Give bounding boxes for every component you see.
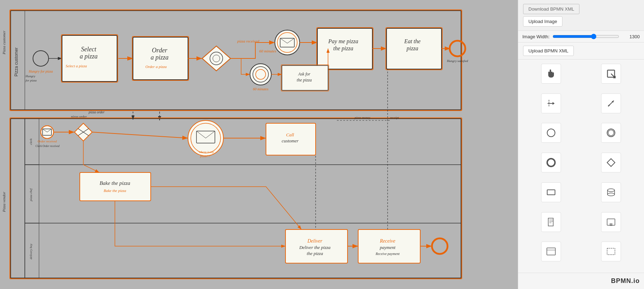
svg-point-48 [250,64,271,85]
svg-text:Order a pizza: Order a pizza [145,64,167,69]
svg-text:Pizza vendor: Pizza vendor [2,192,6,212]
hand-tool[interactable] [541,64,561,84]
bpmn-brand: BPMN.io [518,273,644,289]
svg-marker-125 [553,102,555,105]
toolbar-panel: Download BPMN XML Upload Image Image Wid… [518,0,644,289]
svg-text:Pay me pizza: Pay me pizza [328,38,358,45]
svg-point-132 [608,130,614,136]
svg-text:the pizza: the pizza [333,45,353,52]
image-width-value: 1300 [622,34,640,39]
svg-text:a pizza: a pizza [80,53,98,60]
toolbar-top: Download BPMN XML Upload Image [518,0,644,31]
end-event-tool[interactable] [541,153,561,172]
svg-text:delivery boy: delivery boy [29,244,33,259]
svg-text:the pizza: the pizza [307,251,323,256]
svg-text:Hungry for pizza: Hungry for pizza [28,69,53,73]
canvas-area: Pizza customer Pizza customer Hungry for… [0,0,518,289]
collapsed-sub-process-tool[interactable] [601,212,621,232]
arrow-tool[interactable] [601,94,621,113]
document-tool[interactable] [541,212,561,232]
data-object-tool[interactable] [601,242,621,261]
svg-text:Select: Select [81,46,97,53]
svg-text:a pizza: a pizza [151,54,169,61]
start-event-tool[interactable] [541,123,561,143]
svg-text:Deliver: Deliver [307,238,323,244]
svg-rect-149 [607,248,615,255]
svg-text:receipt: receipt [390,116,399,119]
intermediate-event-tool[interactable] [601,123,621,143]
svg-text:Clerk Order received: Clerk Order received [35,144,60,148]
svg-text:Eat the: Eat the [404,38,421,44]
svg-line-129 [608,105,610,106]
svg-marker-134 [607,159,615,166]
expanded-sub-process-tool[interactable] [541,242,561,261]
svg-point-130 [547,129,555,137]
bpmn-diagram: Pizza customer Pizza customer Hungry for… [0,0,518,289]
diagram-container: Pizza customer Pizza customer Hungry for… [0,0,518,289]
svg-text:Ask for: Ask for [298,72,311,76]
gateway-tool[interactable] [601,153,621,172]
task-tool[interactable] [541,182,561,202]
svg-rect-147 [547,248,555,255]
connect-tool[interactable] [541,94,561,113]
data-store-tool[interactable] [601,182,621,202]
svg-text:60 minutes: 60 minutes [259,49,276,53]
svg-point-30 [275,30,300,55]
svg-text:Deliver the pizza: Deliver the pizza [299,245,331,250]
svg-point-136 [607,189,615,192]
svg-text:pizza??": pizza??" [200,154,211,158]
image-width-row: Image Width: 1300 [518,31,644,42]
svg-text:pizza order: pizza order [88,110,105,114]
svg-text:Pizza customer: Pizza customer [2,30,6,55]
svg-text:Pizza customer: Pizza customer [14,47,19,76]
svg-text:60 minutes: 60 minutes [253,87,268,91]
svg-text:Receive payment: Receive payment [375,252,400,256]
svg-text:Receive: Receive [379,238,395,244]
image-width-label: Image Width: [522,34,550,39]
svg-point-139 [607,193,615,196]
bpmn-brand-text: BPMN.io [611,277,640,284]
svg-text:Order: Order [152,47,167,54]
svg-text:customer: customer [282,138,299,143]
svg-text:Bake the pizza: Bake the pizza [104,188,126,193]
svg-text:Hungry satisfied: Hungry satisfied [446,59,468,63]
svg-text:clerk: clerk [29,138,33,145]
svg-text:for pizza: for pizza [26,79,37,82]
svg-text:Hungry: Hungry [25,74,35,78]
svg-text:Select a pizza: Select a pizza [66,64,87,68]
svg-point-133 [547,159,555,166]
svg-text:payment: payment [379,245,395,250]
svg-rect-96 [80,172,151,201]
svg-text:pizza: pizza [406,45,418,52]
svg-rect-135 [547,190,555,195]
upload-image-button[interactable]: Upload Image [523,16,562,27]
upload-bpmn-xml-button[interactable]: Upload BPMN XML [523,46,574,56]
download-bpmn-xml-button[interactable]: Download BPMN XML [523,4,579,14]
upload-bpmn-row: Upload BPMN XML [518,42,644,60]
svg-text:pizza money: pizza money [354,116,370,119]
lasso-tool[interactable] [601,64,621,84]
image-width-slider[interactable] [553,34,619,39]
svg-text:the pizza: the pizza [297,78,312,83]
svg-text:Order received: Order received [38,140,57,143]
svg-text:Bake the pizza: Bake the pizza [100,180,131,186]
svg-text:"where is my: "where is my [198,150,214,154]
tools-grid [518,60,644,273]
svg-text:pizza chef: pizza chef [29,188,33,202]
svg-text:Call: Call [286,132,294,137]
